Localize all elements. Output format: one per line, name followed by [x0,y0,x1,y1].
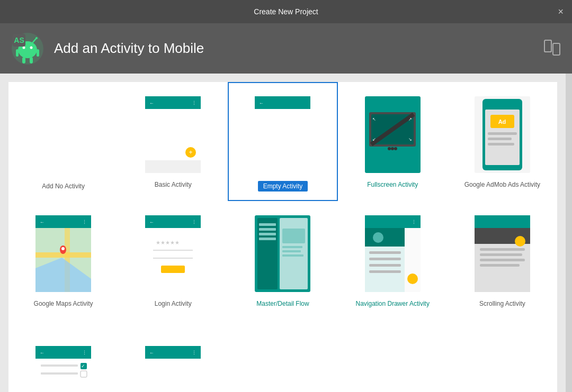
header: AS Add an Activity to Mobile [0,23,572,74]
svg-rect-93 [475,244,530,292]
svg-rect-87 [369,264,401,267]
svg-rect-65 [153,258,193,259]
svg-rect-10 [22,57,25,63]
svg-rect-83 [365,228,405,247]
login-activity-label: Login Activity [155,300,192,307]
svg-point-2 [23,46,25,49]
svg-text:←: ← [40,220,44,225]
content-area: Add No Activity ← ⋮ + [0,74,572,392]
svg-rect-96 [480,259,525,261]
svg-rect-28 [255,109,310,173]
svg-text:★★★★★: ★★★★★ [156,240,180,245]
basic-activity-cell[interactable]: ← ⋮ + Basic Activity [118,82,228,201]
svg-rect-66 [161,266,185,273]
scrolling-activity-cell[interactable]: Scrolling Activity [448,201,557,317]
tabbed-activity-cell[interactable]: ← ⋮ Tabbed Activity [118,317,228,392]
svg-rect-47 [488,143,514,145]
svg-rect-107 [41,372,78,375]
device-icon [542,39,561,58]
svg-rect-70 [259,228,276,231]
svg-text:↗: ↗ [408,117,412,122]
svg-rect-15 [544,40,551,52]
svg-text:←: ← [149,101,154,106]
svg-text:⋮: ⋮ [82,220,87,225]
svg-rect-8 [16,49,19,57]
svg-rect-104 [41,364,78,367]
svg-point-35 [394,147,397,150]
basic-activity-label: Basic Activity [155,181,192,188]
admob-activity-label: Google AdMob Ads Activity [464,181,540,188]
svg-text:←: ← [149,220,154,225]
svg-rect-9 [37,49,39,57]
empty-activity-label: Empty Activity [258,181,308,192]
svg-rect-108 [81,371,87,377]
svg-text:↘: ↘ [408,137,412,142]
maps-activity-cell[interactable]: ← ⋮ Google Maps A [8,201,118,317]
scrollbar-track[interactable] [566,74,572,392]
svg-text:⋮: ⋮ [192,101,196,106]
dialog-title: Create New Project [254,7,318,16]
svg-rect-113 [145,359,201,393]
maps-activity-label: Google Maps Activity [34,300,93,307]
svg-text:←: ← [149,350,154,355]
svg-rect-77 [282,254,303,257]
svg-point-7 [35,37,38,39]
svg-point-57 [61,247,65,250]
svg-text:+: + [189,149,193,156]
svg-text:⋮: ⋮ [192,350,196,355]
header-title: Add an Activity to Mobile [54,40,204,57]
masterdetail-activity-cell[interactable]: Master/Detail Flow [228,201,337,317]
svg-point-84 [373,232,383,243]
svg-text:⋮: ⋮ [412,220,416,225]
svg-rect-91 [475,215,530,228]
svg-rect-71 [259,233,276,235]
svg-rect-16 [553,43,560,55]
navigation-activity-label: Navigation Drawer Activity [356,300,430,307]
svg-point-3 [30,46,33,49]
svg-rect-24 [145,160,201,173]
svg-rect-86 [369,258,401,260]
svg-text:⋮: ⋮ [82,350,87,355]
masterdetail-activity-label: Master/Detail Flow [256,300,309,307]
svg-rect-46 [488,138,512,140]
title-bar: Create New Project × [0,0,572,23]
svg-rect-69 [259,223,276,226]
admob-activity-cell[interactable]: Ad Google AdMob Ads Activity [448,82,557,201]
svg-rect-72 [259,238,276,240]
android-logo: AS [11,32,44,66]
settings-activity-cell[interactable]: ← ⋮ ✓ Settings Activity [8,317,118,392]
svg-rect-14 [544,40,551,52]
svg-point-34 [391,147,394,150]
fullscreen-activity-cell[interactable]: ↖ ↗ ↙ ↘ Fullscreen Activity [338,82,448,201]
fullscreen-activity-label: Fullscreen Activity [367,181,418,188]
svg-rect-45 [488,132,517,135]
svg-rect-11 [30,57,33,63]
svg-point-33 [388,147,391,150]
svg-rect-94 [480,248,525,251]
svg-text:↙: ↙ [372,137,376,142]
no-activity-label: Add No Activity [42,183,85,190]
svg-text:⋮: ⋮ [192,220,196,225]
svg-rect-88 [369,270,401,273]
svg-text:✓: ✓ [81,363,85,369]
svg-rect-76 [282,250,301,252]
svg-point-98 [515,236,525,247]
svg-text:AS: AS [14,36,24,44]
svg-rect-97 [480,264,520,267]
svg-text:←: ← [259,101,264,106]
svg-text:Ad: Ad [498,118,506,125]
svg-text:↖: ↖ [372,117,376,122]
svg-point-89 [407,274,418,284]
svg-rect-74 [282,229,305,243]
svg-rect-75 [282,246,302,248]
close-button[interactable]: × [558,6,564,17]
navigation-activity-cell[interactable]: ⋮ [338,201,448,317]
svg-rect-95 [480,253,522,256]
no-activity-cell[interactable]: Add No Activity [8,82,118,201]
login-activity-cell[interactable]: ← ⋮ ★★★★★ Login Activity [118,201,228,317]
svg-rect-62 [145,228,201,292]
activity-gallery: Add No Activity ← ⋮ + [0,74,566,392]
empty-activity-cell[interactable]: ← Empty Activity [228,82,337,201]
svg-rect-85 [369,251,401,254]
svg-rect-64 [153,250,193,251]
